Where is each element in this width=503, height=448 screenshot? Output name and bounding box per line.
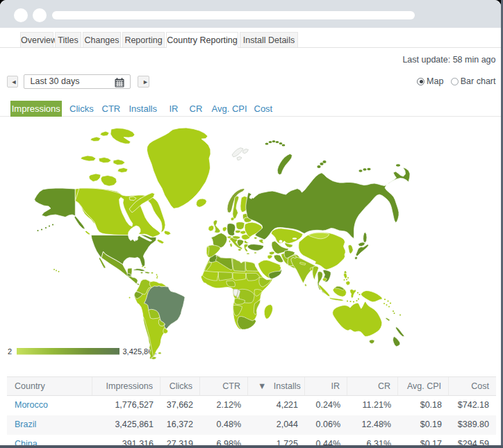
svg-text:2: 2 <box>8 347 12 356</box>
